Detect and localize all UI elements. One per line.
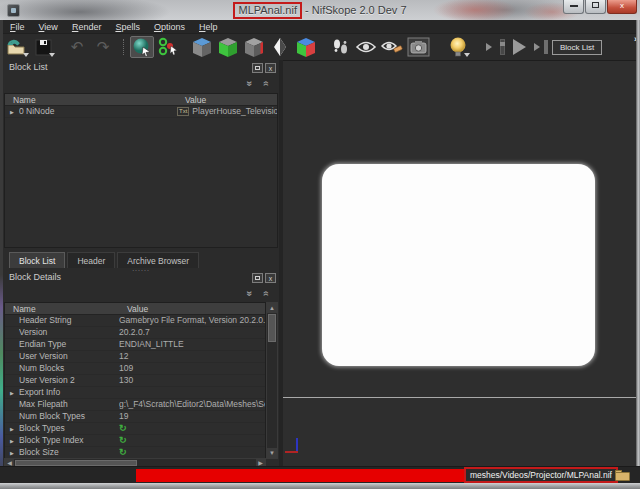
view-cube-gray-button[interactable] xyxy=(242,36,266,58)
table-row[interactable]: Num Blocks109 xyxy=(5,363,265,375)
row-name: Num Blocks xyxy=(19,363,119,374)
table-row[interactable]: Num Block Types19 xyxy=(5,411,265,423)
close-panel-button-2[interactable]: x xyxy=(265,273,276,283)
block-details-panel: Block Details x » » Name Value Header St… xyxy=(3,271,279,468)
minimize-button[interactable] xyxy=(563,0,584,14)
table-row[interactable]: ▶0 NiNodeTxtPlayerHouse_Television0... xyxy=(5,106,277,118)
lighting-dropdown-arrow[interactable] xyxy=(464,53,470,57)
save-file-button[interactable] xyxy=(31,36,55,58)
undo-button[interactable]: ↶ xyxy=(65,36,89,58)
table-row[interactable]: Endian TypeENDIAN_LITTLE xyxy=(5,339,265,351)
screenshot-button[interactable] xyxy=(406,36,430,58)
row-value: 109 xyxy=(119,363,265,374)
collapse-all-button-2[interactable]: » xyxy=(244,286,255,302)
show-hidden-button[interactable] xyxy=(354,36,378,58)
redo-button[interactable]: ↷ xyxy=(91,36,115,58)
mini-play-icon[interactable] xyxy=(486,43,492,51)
menu-file[interactable]: File xyxy=(3,22,32,32)
table-row[interactable]: Version20.2.0.7 xyxy=(5,327,265,339)
expand-all-button[interactable]: » xyxy=(260,76,271,92)
menu-options[interactable]: Options xyxy=(147,22,192,32)
block-list-header-row[interactable]: Name Value xyxy=(5,94,277,106)
draw-overlay-button[interactable] xyxy=(380,36,404,58)
row-value: Gamebryo File Format, Version 20.2.0.7 xyxy=(119,315,265,326)
block-list-table: Name Value ▶0 NiNodeTxtPlayerHouse_Telev… xyxy=(4,93,278,248)
sphere-cursor-icon xyxy=(132,37,152,57)
float-icon xyxy=(255,66,260,70)
expand-arrow-icon[interactable]: ▶ xyxy=(5,435,19,446)
column-header-value[interactable]: Value xyxy=(177,94,277,105)
expand-arrow-icon[interactable]: ▶ xyxy=(5,106,19,117)
view-cube-green-button[interactable] xyxy=(216,36,240,58)
rotate-select-button[interactable] xyxy=(130,36,154,58)
expand-arrow-icon[interactable]: ▶ xyxy=(5,423,19,434)
3d-viewport[interactable] xyxy=(283,60,636,466)
eye-pencil-icon xyxy=(381,39,403,55)
row-name: 0 NiNode xyxy=(19,106,177,117)
tv-screen-mesh[interactable] xyxy=(322,164,595,366)
row-value: 12 xyxy=(119,351,265,362)
cube-blue-top-icon xyxy=(192,37,213,58)
view-cube-blue-button[interactable] xyxy=(190,36,214,58)
lighting-button[interactable] xyxy=(446,36,470,58)
progress-bar xyxy=(136,469,466,482)
scroll-up-arrow[interactable]: ▲ xyxy=(267,303,277,313)
flat-shade-button[interactable] xyxy=(268,36,292,58)
walk-mode-button[interactable] xyxy=(328,36,352,58)
table-row[interactable]: ▶Block Type Index↻ xyxy=(5,435,265,447)
minimize-icon xyxy=(570,5,578,7)
vertical-scrollbar[interactable]: ▲ ▼ xyxy=(266,302,278,459)
block-details-title: Block Details xyxy=(9,272,61,282)
table-row[interactable]: ▶Block Types↻ xyxy=(5,423,265,435)
expand-arrow-icon[interactable]: ▶ xyxy=(5,387,19,398)
menu-spells[interactable]: Spells xyxy=(108,22,147,32)
row-value: ↻ xyxy=(119,447,265,458)
expand-arrow-icon[interactable]: ▶ xyxy=(5,447,19,458)
close-panel-button[interactable]: x xyxy=(265,63,276,73)
close-button[interactable]: x xyxy=(607,0,637,14)
scroll-down-arrow[interactable]: ▼ xyxy=(267,448,277,458)
float-icon xyxy=(255,276,260,280)
table-row[interactable]: User Version12 xyxy=(5,351,265,363)
cube-rgb-icon xyxy=(296,37,317,58)
vertex-select-button[interactable] xyxy=(156,36,180,58)
table-row[interactable]: Header StringGamebryo File Format, Versi… xyxy=(5,315,265,327)
column-header-name[interactable]: Name xyxy=(5,303,119,314)
open-file-button[interactable] xyxy=(5,36,29,58)
maximize-button[interactable] xyxy=(585,0,606,14)
row-name: Num Block Types xyxy=(19,411,119,422)
title-bar[interactable]: MLPAnal.nif - NifSkope 2.0 Dev 7 x xyxy=(0,0,640,20)
menu-help[interactable]: Help xyxy=(192,22,225,32)
row-name: Max Filepath xyxy=(19,399,119,410)
save-dropdown-arrow[interactable] xyxy=(49,53,55,57)
zoom-slider[interactable] xyxy=(500,39,505,55)
block-list-combo[interactable]: Block List xyxy=(552,40,602,55)
cube-red-edge-icon xyxy=(244,37,265,58)
row-name: Header String xyxy=(19,315,119,326)
expand-all-button-2[interactable]: » xyxy=(260,286,271,302)
float-panel-button[interactable] xyxy=(252,63,263,73)
menu-render[interactable]: Render xyxy=(65,22,109,32)
scrollbar-thumb[interactable] xyxy=(268,314,276,342)
table-row[interactable]: User Version 2130 xyxy=(5,375,265,387)
mini-play-icon-2[interactable] xyxy=(534,43,540,51)
folder-icon[interactable] xyxy=(615,470,630,481)
table-row[interactable]: ▶Export Info xyxy=(5,387,265,399)
menu-view[interactable]: View xyxy=(32,22,65,32)
vertex-rings-icon xyxy=(157,37,179,57)
row-indent xyxy=(5,363,19,374)
refresh-icon: ↻ xyxy=(119,447,127,458)
float-panel-button-2[interactable] xyxy=(252,273,263,283)
block-details-header-row[interactable]: Name Value xyxy=(5,303,265,315)
app-window: MLPAnal.nif - NifSkope 2.0 Dev 7 x FileV… xyxy=(0,0,640,489)
toolbar-grip[interactable] xyxy=(544,40,548,54)
open-dropdown-arrow[interactable] xyxy=(23,53,29,57)
collapse-all-button[interactable]: » xyxy=(244,76,255,92)
table-row[interactable]: Max Filepathg:\_F4\Scratch\Editor2\Data\… xyxy=(5,399,265,411)
refresh-icon: ↻ xyxy=(119,435,127,446)
animation-play-button[interactable] xyxy=(513,39,526,55)
column-header-name[interactable]: Name xyxy=(5,94,177,105)
column-header-value[interactable]: Value xyxy=(119,303,265,314)
view-cube-rgb-button[interactable] xyxy=(294,36,318,58)
status-bar: meshes/Videos/Projector/MLPAnal.nif xyxy=(0,466,640,483)
